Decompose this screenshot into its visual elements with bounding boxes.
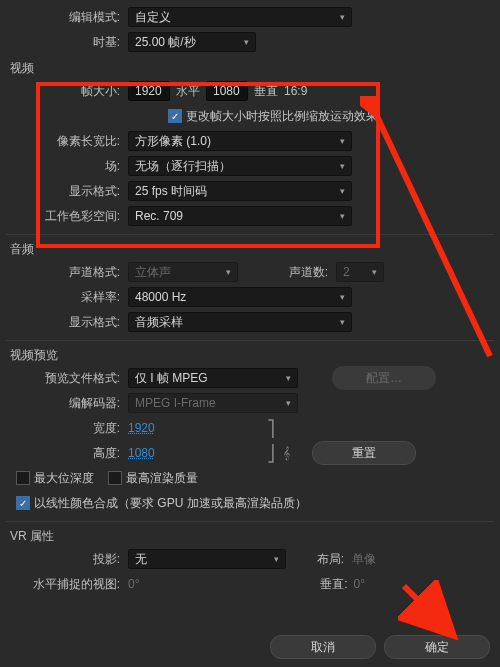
check-icon: ✓	[168, 109, 182, 123]
preview-file-fmt-value: 仅 I 帧 MPEG	[135, 370, 208, 387]
sample-rate-select[interactable]: 48000 Hz ▾	[128, 287, 352, 307]
ch-fmt-value: 立体声	[135, 264, 171, 281]
fields-value: 无场（逐行扫描）	[135, 158, 231, 175]
chevron-down-icon: ▾	[286, 373, 291, 383]
colorspace-value: Rec. 709	[135, 209, 183, 223]
video-section-header: 视频	[10, 60, 494, 77]
colorspace-select[interactable]: Rec. 709 ▾	[128, 206, 352, 226]
preview-width-input[interactable]: 1920	[128, 421, 155, 435]
audio-disp-fmt-select[interactable]: 音频采样 ▾	[128, 312, 352, 332]
edit-mode-label: 编辑模式:	[6, 9, 128, 26]
video-disp-fmt-value: 25 fps 时间码	[135, 183, 207, 200]
preview-file-fmt-select[interactable]: 仅 I 帧 MPEG ▾	[128, 368, 298, 388]
vr-projection-row: 投影: 无 ▾ 布局: 单像	[6, 547, 494, 571]
audio-section-header: 音频	[10, 241, 494, 258]
timebase-row: 时基: 25.00 帧/秒 ▾	[6, 30, 494, 54]
vr-proj-select[interactable]: 无 ▾	[128, 549, 286, 569]
frame-width-input[interactable]: 1920	[128, 81, 170, 101]
sample-rate-value: 48000 Hz	[135, 290, 186, 304]
codec-row: 编解码器: MPEG I-Frame ▾	[6, 391, 494, 415]
video-display-format-row: 显示格式: 25 fps 时间码 ▾	[6, 179, 494, 203]
chevron-down-icon: ▾	[226, 267, 231, 277]
pixel-ar-select[interactable]: 方形像素 (1.0) ▾	[128, 131, 352, 151]
max-render-quality-checkbox[interactable]: 最高渲染质量	[108, 470, 198, 487]
preview-section-header: 视频预览	[10, 347, 494, 364]
timebase-select[interactable]: 25.00 帧/秒 ▾	[128, 32, 256, 52]
fields-label: 场:	[6, 158, 128, 175]
chevron-down-icon: ▾	[286, 398, 291, 408]
preview-height-input[interactable]: 1080	[128, 446, 155, 460]
colorspace-row: 工作色彩空间: Rec. 709 ▾	[6, 204, 494, 228]
sample-rate-row: 采样率: 48000 Hz ▾	[6, 285, 494, 309]
fields-row: 场: 无场（逐行扫描） ▾	[6, 154, 494, 178]
ok-button[interactable]: 确定	[384, 635, 490, 659]
vr-section-header: VR 属性	[10, 528, 494, 545]
reset-button[interactable]: 重置	[312, 441, 416, 465]
ch-fmt-select: 立体声 ▾	[128, 262, 238, 282]
vr-proj-value: 无	[135, 551, 147, 568]
link-icon[interactable]: 𝄞	[275, 446, 298, 460]
preview-quality-row: 最大位深度 最高渲染质量	[6, 466, 494, 490]
codec-value: MPEG I-Frame	[135, 396, 216, 410]
codec-select: MPEG I-Frame ▾	[128, 393, 298, 413]
vr-layout-value: 单像	[352, 551, 376, 568]
chevron-down-icon: ▾	[274, 554, 279, 564]
link-bracket-icon: ⎦	[155, 444, 275, 463]
edit-mode-value: 自定义	[135, 9, 171, 26]
divider	[6, 234, 494, 235]
chevron-down-icon: ▾	[340, 136, 345, 146]
frame-size-label: 帧大小:	[6, 83, 128, 100]
preview-height-row: 高度: 1080 ⎦ 𝄞 重置	[6, 441, 494, 465]
pixel-ar-row: 像素长宽比: 方形像素 (1.0) ▾	[6, 129, 494, 153]
vr-vfov-label: 垂直:	[309, 576, 353, 593]
checkbox-icon	[108, 471, 122, 485]
chevron-down-icon: ▾	[340, 12, 345, 22]
linear-composite-row: ✓ 以线性颜色合成（要求 GPU 加速或最高渲染品质）	[6, 491, 494, 515]
divider	[6, 521, 494, 522]
configure-button: 配置…	[332, 366, 436, 390]
vr-fov-row: 水平捕捉的视图: 0° 垂直: 0°	[6, 572, 494, 596]
audio-disp-fmt-value: 音频采样	[135, 314, 183, 331]
vr-vfov-value: 0°	[353, 577, 364, 591]
chevron-down-icon: ▾	[340, 211, 345, 221]
chevron-down-icon: ▾	[340, 317, 345, 327]
channel-format-row: 声道格式: 立体声 ▾ 声道数: 2 ▾	[6, 260, 494, 284]
divider	[6, 340, 494, 341]
pixel-ar-label: 像素长宽比:	[6, 133, 128, 150]
preview-width-row: 宽度: 1920 ⎤	[6, 416, 494, 440]
sample-rate-label: 采样率:	[6, 289, 128, 306]
edit-mode-row: 编辑模式: 自定义 ▾	[6, 5, 494, 29]
dialog-footer: 取消 确定	[270, 635, 490, 659]
max-bit-depth-checkbox[interactable]: 最大位深度	[16, 470, 94, 487]
scale-motion-checkbox[interactable]: ✓ 更改帧大小时按照比例缩放运动效果	[168, 108, 378, 125]
fields-select[interactable]: 无场（逐行扫描） ▾	[128, 156, 352, 176]
chevron-down-icon: ▾	[340, 161, 345, 171]
frame-height-input[interactable]: 1080	[206, 81, 248, 101]
frame-size-row: 帧大小: 1920 水平 1080 垂直 16:9	[6, 79, 494, 103]
linear-composite-checkbox[interactable]: ✓ 以线性颜色合成（要求 GPU 加速或最高渲染品质）	[16, 495, 307, 512]
video-disp-fmt-select[interactable]: 25 fps 时间码 ▾	[128, 181, 352, 201]
vertical-label: 垂直	[248, 83, 284, 100]
vr-layout-label: 布局:	[286, 551, 352, 568]
chevron-down-icon: ▾	[372, 267, 377, 277]
timebase-label: 时基:	[6, 34, 128, 51]
sequence-settings-dialog: 编辑模式: 自定义 ▾ 时基: 25.00 帧/秒 ▾ 视频 帧大小: 1920…	[0, 0, 500, 667]
chevron-down-icon: ▾	[244, 37, 249, 47]
vr-hfov-label: 水平捕捉的视图:	[6, 576, 128, 593]
edit-mode-select[interactable]: 自定义 ▾	[128, 7, 352, 27]
ch-count-label: 声道数:	[238, 264, 336, 281]
timebase-value: 25.00 帧/秒	[135, 34, 196, 51]
vr-hfov-value: 0°	[128, 577, 139, 591]
cancel-button[interactable]: 取消	[270, 635, 376, 659]
link-bracket-icon: ⎤	[155, 419, 275, 438]
check-icon: ✓	[16, 496, 30, 510]
pixel-ar-value: 方形像素 (1.0)	[135, 133, 211, 150]
checkbox-icon	[16, 471, 30, 485]
preview-height-label: 高度:	[6, 445, 128, 462]
audio-disp-fmt-label: 显示格式:	[6, 314, 128, 331]
scale-motion-row: ✓ 更改帧大小时按照比例缩放运动效果	[6, 104, 494, 128]
audio-display-format-row: 显示格式: 音频采样 ▾	[6, 310, 494, 334]
chevron-down-icon: ▾	[340, 292, 345, 302]
horizontal-label: 水平	[170, 83, 206, 100]
ch-count-select: 2 ▾	[336, 262, 384, 282]
